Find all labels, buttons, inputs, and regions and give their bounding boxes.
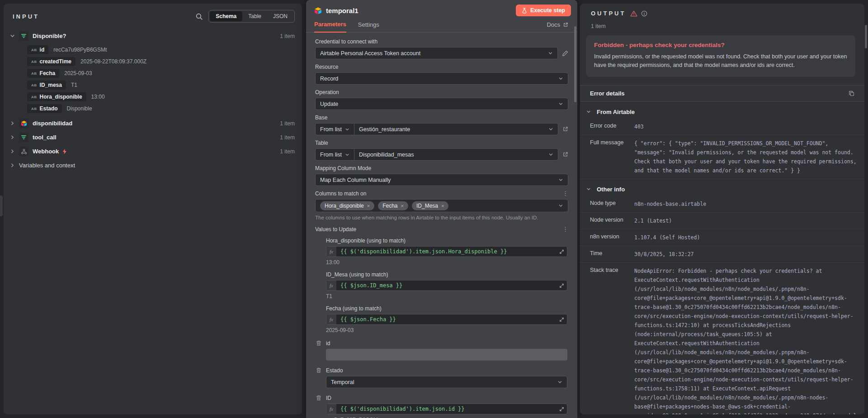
estado-value: Temporal [331,379,354,385]
tab-json[interactable]: JSON [267,11,293,21]
field-name: ID_mesa [40,82,62,88]
resource-select[interactable]: Record [315,72,568,85]
type-badge: AB [31,71,37,76]
tab-table[interactable]: Table [242,11,267,21]
credential-select[interactable]: Airtable Personal Access Token account [315,47,558,59]
tab-schema[interactable]: Schema [210,11,242,21]
flask-icon [522,8,527,14]
section-from-airtable[interactable]: From Airtable [580,102,864,119]
match-column-chip[interactable]: Fecha× [378,201,408,210]
open-expression-editor-icon[interactable] [556,283,567,288]
open-expression-editor-icon[interactable] [556,249,567,254]
tree-group-disponibilidad[interactable]: disponibilidad 1 item [10,116,295,130]
table-select[interactable]: From list Disponibilidad_mesas [315,148,558,161]
match-column-chip[interactable]: Hora_disponible× [320,201,374,210]
table-mode-select[interactable]: From list [320,149,354,160]
schema-field-row[interactable]: ABHora_disponible 13:00 [27,91,295,103]
parameter-options-icon[interactable]: ⋮ [562,191,568,196]
input-schema-tree: Disponible? 1 item ABid recCa7u98PyB6GSM… [4,27,302,172]
expression-fx-icon: fx [326,404,336,414]
output-scrollbar[interactable] [865,25,867,48]
chevron-right-icon[interactable] [10,163,15,168]
estado-select[interactable]: Temporal [326,376,567,388]
search-icon[interactable] [195,13,203,20]
remove-chip-icon[interactable]: × [441,203,444,209]
credential-value: Airtable Personal Access Token account [320,50,420,57]
open-expression-editor-icon[interactable] [556,407,567,412]
tree-group-webhook[interactable]: Webhook 1 item [10,144,295,158]
operation-select[interactable]: Update [315,98,568,110]
open-expression-editor-icon[interactable] [556,317,567,322]
schema-field-row[interactable]: ABid recCa7u98PyB6GSMt [27,44,295,56]
value-field-label: Fecha (using to match) [326,305,567,312]
chevron-right-icon[interactable] [10,135,15,140]
open-table-external-link-icon[interactable] [562,152,568,157]
remove-chip-icon[interactable]: × [401,203,404,209]
item-count: 1 item [280,120,295,127]
execute-step-label: Execute step [530,7,565,14]
field-name: Hora_disponible [40,94,82,100]
tab-settings[interactable]: Settings [358,21,379,32]
tab-parameters[interactable]: Parameters [314,21,346,33]
trash-icon[interactable] [316,395,321,401]
type-badge: AB [31,48,37,52]
id-mesa-expression-input[interactable]: fx {{ $json.ID_mesa }} [326,280,567,291]
hora-disponible-expression-input[interactable]: fx {{ $('disponibilidad').item.json.Hora… [326,246,567,257]
schema-field-row[interactable]: ABID_mesa T1 [27,79,295,91]
tree-group-variables-context[interactable]: Variables and context [10,158,295,172]
tree-group-tool-call[interactable]: tool_call 1 item [10,130,295,144]
schema-field-row[interactable]: ABFecha 2025-09-03 [27,67,295,79]
type-badge: AB [31,83,37,87]
open-base-external-link-icon[interactable] [562,126,568,132]
columns-to-match-select[interactable]: Hora_disponible× Fecha× ID_Mesa× [315,199,568,212]
schema-field-row[interactable]: ABEstado Disponible [27,103,295,114]
id-expression-input[interactable]: fx {{ $('disponibilidad').item.json.id }… [326,404,567,414]
docs-link[interactable]: Docs [547,21,568,32]
detail-label: Stack trace [590,266,634,415]
external-link-icon [563,22,568,28]
docs-label: Docs [547,21,560,28]
chevron-right-icon[interactable] [10,149,15,154]
values-to-update-label: Values to Update [315,226,356,233]
schema-field-row[interactable]: ABcreatedTime 2025-08-22T08:09:37.000Z [27,56,295,67]
tree-group-disponible[interactable]: Disponible? 1 item [10,29,295,43]
expression-text: {{ $json.ID_mesa }} [336,282,556,289]
node-title[interactable]: temporal1 [326,7,359,14]
chevron-down-icon[interactable] [10,33,15,38]
execute-step-button[interactable]: Execute step [516,5,571,16]
remove-chip-icon[interactable]: × [367,203,370,209]
field-value: recCa7u98PyB6GSMt [53,47,107,53]
tree-group-label: Variables and context [19,162,75,169]
fecha-expression-input[interactable]: fx {{ $json.Fecha }} [326,314,567,325]
output-panel: OUTPUT 1 item Forbidden - perhaps check … [580,4,864,414]
chevron-down-icon [548,127,553,132]
field-name: Estado [40,105,58,112]
id-value-input[interactable] [326,349,567,361]
expression-result: 13:00 [326,259,567,266]
base-select[interactable]: From list Gestión_restaurante [315,123,558,135]
edit-credential-pencil-icon[interactable] [562,50,568,57]
info-circle-icon[interactable] [641,10,647,17]
warning-triangle-icon [630,10,637,17]
node-panel-scrollbar[interactable] [574,26,576,102]
type-badge: AB [31,60,37,64]
input-display-mode-tabs: Schema Table JSON [208,10,295,23]
node-tabs: Parameters Settings Docs [306,16,577,33]
table-value: Disponibilidad_mesas [359,152,414,158]
operation-value: Update [320,101,338,107]
field-name: createdTime [40,58,71,65]
chevron-down-icon [548,51,553,56]
collapsed-sidebar-handle[interactable] [0,195,3,216]
copy-icon[interactable] [849,90,854,96]
base-mode-value: From list [320,126,342,133]
chevron-right-icon[interactable] [10,121,15,126]
trash-icon[interactable] [316,367,321,373]
item-count: 1 item [280,33,295,39]
parameter-options-icon[interactable]: ⋮ [562,227,568,232]
mapping-mode-select[interactable]: Map Each Column Manually [315,174,568,186]
detail-label: Node type [590,200,634,209]
match-column-chip[interactable]: ID_Mesa× [412,201,448,210]
trash-icon[interactable] [316,340,321,346]
base-mode-select[interactable]: From list [320,124,354,135]
section-other-info[interactable]: Other info [580,179,864,196]
